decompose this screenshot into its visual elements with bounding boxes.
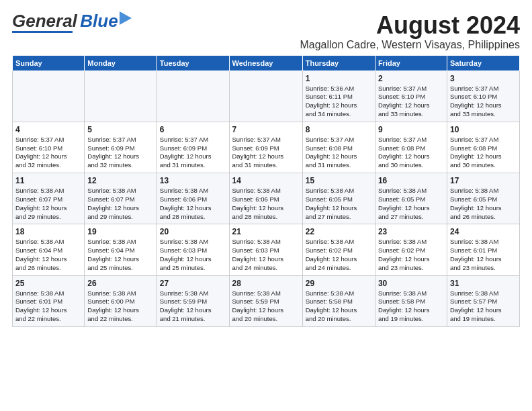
cell-content: Sunrise: 5:38 AM Sunset: 6:02 PM Dayligh… [306, 238, 372, 272]
day-number: 6 [160, 125, 226, 134]
calendar-cell: 10Sunrise: 5:37 AM Sunset: 6:08 PM Dayli… [447, 122, 519, 173]
calendar-week-3: 11Sunrise: 5:38 AM Sunset: 6:07 PM Dayli… [13, 173, 520, 224]
calendar-cell [229, 71, 302, 122]
calendar-cell: 6Sunrise: 5:37 AM Sunset: 6:09 PM Daylig… [157, 122, 229, 173]
calendar-cell: 8Sunrise: 5:37 AM Sunset: 6:08 PM Daylig… [302, 122, 375, 173]
calendar-cell: 1Sunrise: 5:36 AM Sunset: 6:11 PM Daylig… [302, 71, 375, 122]
day-number: 12 [87, 176, 153, 185]
logo: General Blue [12, 12, 132, 33]
day-number: 9 [378, 125, 444, 134]
cell-content: Sunrise: 5:37 AM Sunset: 6:08 PM Dayligh… [450, 136, 517, 170]
day-number: 14 [232, 176, 300, 185]
calendar-cell: 26Sunrise: 5:38 AM Sunset: 6:00 PM Dayli… [85, 275, 157, 326]
calendar-cell: 19Sunrise: 5:38 AM Sunset: 6:04 PM Dayli… [85, 224, 157, 275]
calendar-cell: 22Sunrise: 5:38 AM Sunset: 6:02 PM Dayli… [302, 224, 375, 275]
day-number: 16 [378, 176, 444, 185]
calendar-cell: 24Sunrise: 5:38 AM Sunset: 6:01 PM Dayli… [447, 224, 519, 275]
calendar-week-4: 18Sunrise: 5:38 AM Sunset: 6:04 PM Dayli… [13, 224, 520, 275]
calendar-cell: 28Sunrise: 5:38 AM Sunset: 5:59 PM Dayli… [229, 275, 302, 326]
day-number: 2 [378, 74, 444, 83]
calendar-cell: 25Sunrise: 5:38 AM Sunset: 6:01 PM Dayli… [13, 275, 85, 326]
cell-content: Sunrise: 5:38 AM Sunset: 6:05 PM Dayligh… [306, 187, 372, 221]
calendar-cell: 11Sunrise: 5:38 AM Sunset: 6:07 PM Dayli… [13, 173, 85, 224]
cell-content: Sunrise: 5:38 AM Sunset: 5:58 PM Dayligh… [306, 289, 372, 324]
cell-content: Sunrise: 5:38 AM Sunset: 6:04 PM Dayligh… [15, 238, 81, 272]
calendar-cell: 14Sunrise: 5:38 AM Sunset: 6:06 PM Dayli… [229, 173, 302, 224]
calendar-cell: 20Sunrise: 5:38 AM Sunset: 6:03 PM Dayli… [157, 224, 229, 275]
cell-content: Sunrise: 5:38 AM Sunset: 6:07 PM Dayligh… [15, 187, 81, 221]
day-number: 20 [160, 227, 226, 236]
cell-content: Sunrise: 5:37 AM Sunset: 6:08 PM Dayligh… [378, 136, 444, 170]
calendar-cell: 13Sunrise: 5:38 AM Sunset: 6:06 PM Dayli… [157, 173, 229, 224]
calendar-cell: 12Sunrise: 5:38 AM Sunset: 6:07 PM Dayli… [85, 173, 157, 224]
day-number: 27 [160, 279, 226, 288]
day-number: 28 [232, 279, 300, 288]
cell-content: Sunrise: 5:38 AM Sunset: 6:02 PM Dayligh… [378, 238, 444, 272]
calendar-cell: 27Sunrise: 5:38 AM Sunset: 5:59 PM Dayli… [157, 275, 229, 326]
calendar-body: 1Sunrise: 5:36 AM Sunset: 6:11 PM Daylig… [13, 71, 520, 326]
header-wednesday: Wednesday [229, 55, 302, 71]
calendar-week-1: 1Sunrise: 5:36 AM Sunset: 6:11 PM Daylig… [13, 71, 520, 122]
logo-general-text: General [12, 11, 77, 31]
cell-content: Sunrise: 5:37 AM Sunset: 6:08 PM Dayligh… [306, 136, 372, 170]
day-number: 5 [87, 125, 153, 134]
day-number: 29 [306, 279, 372, 288]
calendar-cell: 30Sunrise: 5:38 AM Sunset: 5:58 PM Dayli… [375, 275, 447, 326]
cell-content: Sunrise: 5:37 AM Sunset: 6:10 PM Dayligh… [378, 85, 444, 119]
logo-arrow-icon [120, 11, 132, 25]
calendar-cell: 17Sunrise: 5:38 AM Sunset: 6:05 PM Dayli… [447, 173, 519, 224]
calendar-table: Sunday Monday Tuesday Wednesday Thursday… [12, 55, 520, 327]
day-number: 18 [15, 227, 81, 236]
calendar-cell [85, 71, 157, 122]
day-number: 24 [450, 227, 517, 236]
day-number: 11 [15, 176, 81, 185]
svg-marker-0 [120, 11, 132, 25]
day-number: 1 [306, 74, 372, 83]
calendar-week-2: 4Sunrise: 5:37 AM Sunset: 6:10 PM Daylig… [13, 122, 520, 173]
calendar-week-5: 25Sunrise: 5:38 AM Sunset: 6:01 PM Dayli… [13, 275, 520, 326]
header-friday: Friday [375, 55, 447, 71]
day-number: 31 [450, 279, 517, 288]
main-title: August 2024 [300, 12, 520, 39]
cell-content: Sunrise: 5:38 AM Sunset: 6:04 PM Dayligh… [87, 238, 153, 272]
calendar-cell: 15Sunrise: 5:38 AM Sunset: 6:05 PM Dayli… [302, 173, 375, 224]
logo-blue-text: Blue [80, 11, 118, 31]
cell-content: Sunrise: 5:38 AM Sunset: 6:06 PM Dayligh… [232, 187, 300, 221]
header-row: Sunday Monday Tuesday Wednesday Thursday… [13, 55, 520, 71]
cell-content: Sunrise: 5:36 AM Sunset: 6:11 PM Dayligh… [306, 85, 372, 119]
header-sunday: Sunday [13, 55, 85, 71]
cell-content: Sunrise: 5:37 AM Sunset: 6:09 PM Dayligh… [87, 136, 153, 170]
day-number: 4 [15, 125, 81, 134]
calendar-cell: 9Sunrise: 5:37 AM Sunset: 6:08 PM Daylig… [375, 122, 447, 173]
cell-content: Sunrise: 5:38 AM Sunset: 6:03 PM Dayligh… [232, 238, 300, 272]
cell-content: Sunrise: 5:38 AM Sunset: 5:57 PM Dayligh… [450, 289, 517, 324]
day-number: 25 [15, 279, 81, 288]
title-block: August 2024 Magallon Cadre, Western Visa… [300, 12, 520, 51]
day-number: 22 [306, 227, 372, 236]
day-number: 17 [450, 176, 517, 185]
day-number: 26 [87, 279, 153, 288]
calendar-cell [13, 71, 85, 122]
calendar-cell: 29Sunrise: 5:38 AM Sunset: 5:58 PM Dayli… [302, 275, 375, 326]
day-number: 8 [306, 125, 372, 134]
calendar-cell: 4Sunrise: 5:37 AM Sunset: 6:10 PM Daylig… [13, 122, 85, 173]
calendar-cell: 18Sunrise: 5:38 AM Sunset: 6:04 PM Dayli… [13, 224, 85, 275]
cell-content: Sunrise: 5:38 AM Sunset: 6:00 PM Dayligh… [87, 289, 153, 324]
subtitle: Magallon Cadre, Western Visayas, Philipp… [300, 39, 520, 51]
day-number: 13 [160, 176, 226, 185]
cell-content: Sunrise: 5:38 AM Sunset: 6:05 PM Dayligh… [378, 187, 444, 221]
calendar-cell: 31Sunrise: 5:38 AM Sunset: 5:57 PM Dayli… [447, 275, 519, 326]
day-number: 23 [378, 227, 444, 236]
calendar-cell: 2Sunrise: 5:37 AM Sunset: 6:10 PM Daylig… [375, 71, 447, 122]
cell-content: Sunrise: 5:37 AM Sunset: 6:10 PM Dayligh… [15, 136, 81, 170]
header-tuesday: Tuesday [157, 55, 229, 71]
page: General Blue August 2024 Magallon Cadre,… [0, 0, 532, 334]
cell-content: Sunrise: 5:37 AM Sunset: 6:10 PM Dayligh… [450, 85, 517, 119]
calendar-cell: 5Sunrise: 5:37 AM Sunset: 6:09 PM Daylig… [85, 122, 157, 173]
day-number: 7 [232, 125, 300, 134]
header-saturday: Saturday [447, 55, 519, 71]
cell-content: Sunrise: 5:38 AM Sunset: 6:01 PM Dayligh… [15, 289, 81, 324]
calendar-cell: 23Sunrise: 5:38 AM Sunset: 6:02 PM Dayli… [375, 224, 447, 275]
header: General Blue August 2024 Magallon Cadre,… [12, 12, 520, 51]
day-number: 21 [232, 227, 300, 236]
